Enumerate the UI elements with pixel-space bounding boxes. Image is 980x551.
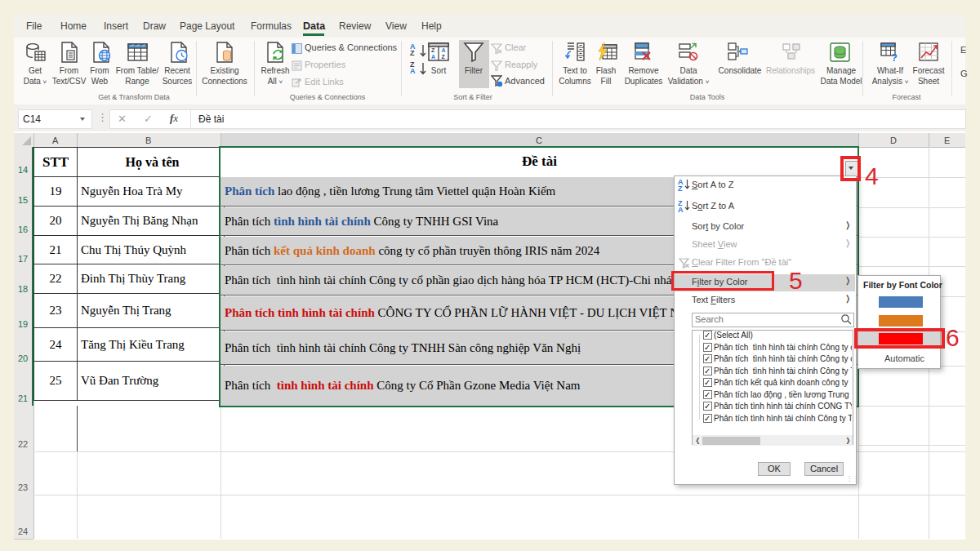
svg-text:Z: Z [431, 47, 435, 53]
svg-text:A: A [431, 54, 435, 60]
svg-text:?: ? [891, 51, 898, 63]
svg-text:Z: Z [442, 54, 446, 60]
svg-text:A: A [442, 47, 446, 53]
